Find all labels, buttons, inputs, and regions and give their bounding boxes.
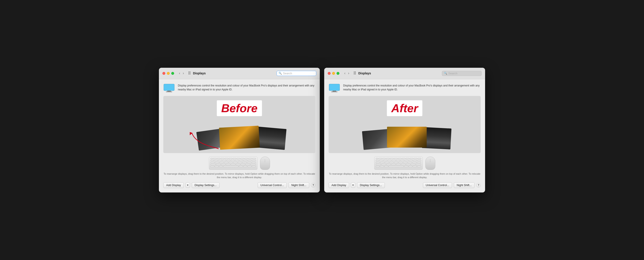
grid-view-button[interactable]: ⠿ xyxy=(188,71,191,76)
forward-button[interactable]: › xyxy=(182,71,185,75)
search-icon-after: 🔍 xyxy=(444,72,447,75)
window-title-after: Displays xyxy=(358,72,440,75)
search-box[interactable]: 🔍 xyxy=(276,71,316,76)
info-bar-after: Display preferences control the resoluti… xyxy=(328,84,481,92)
keyboard-graphic xyxy=(209,157,258,170)
after-window: ‹ › ⠿ Displays 🔍 Display preferences con… xyxy=(324,68,485,192)
back-button[interactable]: ‹ xyxy=(178,71,181,75)
grid-view-button-after[interactable]: ⠿ xyxy=(353,71,356,76)
nav-buttons-after: ‹ › xyxy=(344,71,350,75)
peripheral-area xyxy=(163,157,316,170)
after-label: After xyxy=(387,100,422,116)
nav-buttons: ‹ › xyxy=(178,71,185,75)
traffic-lights-after xyxy=(328,72,340,75)
night-shift-button[interactable]: Night Shift... xyxy=(288,182,309,188)
displays-arrangement xyxy=(198,125,281,149)
bottom-toolbar: Add Display ▾ Display Settings... Univer… xyxy=(163,182,316,188)
monitor-icon-after xyxy=(328,84,340,92)
titlebar-after: ‹ › ⠿ Displays 🔍 xyxy=(324,68,485,79)
maximize-button-after[interactable] xyxy=(336,72,340,75)
traffic-lights xyxy=(162,72,174,75)
hint-text: To rearrange displays, drag them to the … xyxy=(163,172,316,179)
svg-rect-4 xyxy=(329,84,340,91)
minimize-button[interactable] xyxy=(167,72,170,75)
peripheral-area-after xyxy=(328,157,481,170)
mouse-graphic xyxy=(260,157,270,170)
bottom-toolbar-after: Add Display ▾ Display Settings... Univer… xyxy=(328,182,481,188)
svg-rect-6 xyxy=(331,92,338,92)
search-input-after[interactable] xyxy=(448,72,480,75)
main-content: Display preferences control the resoluti… xyxy=(159,79,320,192)
display-2 xyxy=(219,126,260,149)
info-bar: Display preferences control the resoluti… xyxy=(163,84,316,92)
help-button[interactable]: ? xyxy=(311,183,316,187)
main-content-after: Display preferences control the resoluti… xyxy=(324,79,485,192)
add-display-dropdown-after[interactable]: ▾ xyxy=(351,182,355,188)
maximize-button[interactable] xyxy=(171,72,174,75)
display-settings-button[interactable]: Display Settings... xyxy=(192,182,220,188)
hint-text-after: To rearrange displays, drag them to the … xyxy=(328,172,481,179)
display-settings-button-after[interactable]: Display Settings... xyxy=(357,182,385,188)
before-label: Before xyxy=(217,100,262,116)
forward-button-after[interactable]: › xyxy=(347,71,350,75)
add-display-button-after[interactable]: Add Display xyxy=(328,182,349,188)
minimize-button-after[interactable] xyxy=(332,72,335,75)
svg-rect-0 xyxy=(164,84,174,91)
add-display-button[interactable]: Add Display xyxy=(163,182,184,188)
titlebar: ‹ › ⠿ Displays 🔍 xyxy=(159,68,320,79)
info-text-after: Display preferences control the resoluti… xyxy=(343,84,481,92)
close-button[interactable] xyxy=(162,72,165,75)
before-window: ‹ › ⠿ Displays 🔍 Display preferences con… xyxy=(159,68,320,192)
night-shift-button-after[interactable]: Night Shift... xyxy=(454,182,474,188)
display-area: Before xyxy=(163,96,316,153)
svg-rect-1 xyxy=(167,91,171,92)
universal-control-button[interactable]: Universal Control... xyxy=(258,182,287,188)
info-text: Display preferences control the resoluti… xyxy=(178,84,316,92)
display-area-after: After xyxy=(328,96,481,153)
monitor-icon xyxy=(163,84,175,92)
window-title: Displays xyxy=(193,72,274,75)
universal-control-button-after[interactable]: Universal Control... xyxy=(423,182,452,188)
search-input[interactable] xyxy=(283,72,314,75)
search-box-after[interactable]: 🔍 xyxy=(442,71,482,76)
search-icon: 🔍 xyxy=(278,72,282,75)
svg-rect-5 xyxy=(332,91,336,92)
add-display-dropdown[interactable]: ▾ xyxy=(186,182,190,188)
svg-marker-3 xyxy=(190,130,193,135)
display-2-after xyxy=(387,127,427,148)
keyboard-graphic-after xyxy=(374,157,423,170)
mouse-graphic-after xyxy=(425,157,435,170)
display-3 xyxy=(256,127,286,150)
help-button-after[interactable]: ? xyxy=(476,183,481,187)
displays-arrangement-after xyxy=(363,125,446,149)
svg-rect-2 xyxy=(166,92,172,92)
close-button-after[interactable] xyxy=(328,72,330,75)
back-button-after[interactable]: ‹ xyxy=(344,71,346,75)
